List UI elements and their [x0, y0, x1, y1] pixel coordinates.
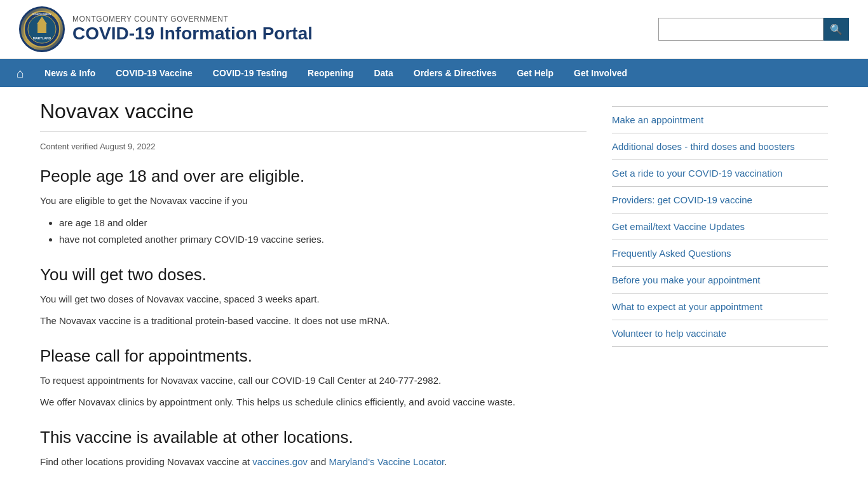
svg-rect-3 — [37, 24, 46, 33]
sidebar-link-providers[interactable]: Providers: get COVID-19 vaccine — [612, 187, 828, 214]
list-item: have not completed another primary COVID… — [59, 233, 587, 247]
section-eligibility-text: You are eligible to get the Novavax vacc… — [40, 194, 587, 208]
nav-item-data[interactable]: Data — [363, 59, 403, 87]
list-item: are age 18 and older — [59, 216, 587, 231]
nav-item-get-help[interactable]: Get Help — [506, 59, 564, 87]
sidebar-link-faq[interactable]: Frequently Asked Questions — [612, 240, 828, 267]
main-container: Novavax vaccine Content verified August … — [21, 87, 847, 488]
section-eligibility: People age 18 and over are eligible. You… — [40, 166, 587, 247]
nav-home[interactable]: ⌂ — [6, 60, 34, 87]
sidebar: Make an appointment Additional doses - t… — [612, 100, 828, 487]
site-title: COVID-19 Information Portal — [72, 24, 313, 44]
nav-item-covid-vaccine[interactable]: COVID-19 Vaccine — [105, 59, 203, 87]
section-two-doses-text1: You will get two doses of Novavax vaccin… — [40, 292, 587, 307]
logo-area: MARYLAND MONTGOMERY MONTGOMERY COUNTY GO… — [19, 6, 658, 52]
sidebar-link-email-updates[interactable]: Get email/text Vaccine Updates — [612, 214, 828, 240]
section-appointments: Please call for appointments. To request… — [40, 346, 587, 410]
section-appointments-heading: Please call for appointments. — [40, 346, 587, 366]
svg-text:MARYLAND: MARYLAND — [33, 36, 51, 40]
county-seal: MARYLAND MONTGOMERY — [19, 6, 65, 52]
search-button[interactable]: 🔍 — [824, 18, 849, 41]
sidebar-link-what-to-expect[interactable]: What to expect at your appointment — [612, 294, 828, 320]
vaccines-gov-link[interactable]: vaccines.gov — [252, 456, 308, 467]
main-nav: ⌂ News & Info COVID-19 Vaccine COVID-19 … — [0, 59, 868, 87]
section-appointments-text1: To request appointments for Novavax vacc… — [40, 374, 587, 388]
md-vaccine-locator-link[interactable]: Maryland's Vaccine Locator — [329, 456, 444, 467]
search-area: 🔍 — [658, 18, 849, 41]
section-eligibility-list: are age 18 and older have not completed … — [59, 216, 587, 247]
svg-text:MONTGOMERY: MONTGOMERY — [32, 13, 51, 16]
main-content: Novavax vaccine Content verified August … — [40, 100, 587, 487]
gov-label: MONTGOMERY COUNTY GOVERNMENT — [72, 15, 313, 24]
sidebar-link-additional-doses[interactable]: Additional doses - third doses and boost… — [612, 133, 828, 160]
search-input[interactable] — [658, 18, 824, 41]
content-verified: Content verified August 9, 2022 — [40, 142, 587, 151]
section-appointments-text2: We offer Novavax clinics by appointment … — [40, 395, 587, 410]
section-locations: This vaccine is available at other locat… — [40, 428, 587, 470]
nav-item-covid-testing[interactable]: COVID-19 Testing — [203, 59, 297, 87]
nav-item-news-info[interactable]: News & Info — [34, 59, 105, 87]
section-two-doses-heading: You will get two doses. — [40, 265, 587, 285]
nav-item-orders-directives[interactable]: Orders & Directives — [403, 59, 507, 87]
sidebar-link-before-appointment[interactable]: Before you make your appointment — [612, 267, 828, 294]
sidebar-link-get-ride[interactable]: Get a ride to your COVID-19 vaccination — [612, 160, 828, 187]
nav-item-get-involved[interactable]: Get Involved — [564, 59, 637, 87]
nav-item-reopening[interactable]: Reopening — [297, 59, 363, 87]
section-eligibility-heading: People age 18 and over are eligible. — [40, 166, 587, 186]
site-header: MARYLAND MONTGOMERY MONTGOMERY COUNTY GO… — [0, 0, 868, 59]
section-locations-heading: This vaccine is available at other locat… — [40, 428, 587, 447]
page-title: Novavax vaccine — [40, 100, 587, 132]
search-icon: 🔍 — [830, 24, 843, 36]
section-locations-text: Find other locations providing Novavax v… — [40, 455, 587, 470]
sidebar-link-make-appointment[interactable]: Make an appointment — [612, 106, 828, 133]
section-two-doses-text2: The Novavax vaccine is a traditional pro… — [40, 314, 587, 329]
section-two-doses: You will get two doses. You will get two… — [40, 265, 587, 329]
sidebar-link-volunteer[interactable]: Volunteer to help vaccinate — [612, 320, 828, 347]
header-text-block: MONTGOMERY COUNTY GOVERNMENT COVID-19 In… — [72, 15, 313, 44]
